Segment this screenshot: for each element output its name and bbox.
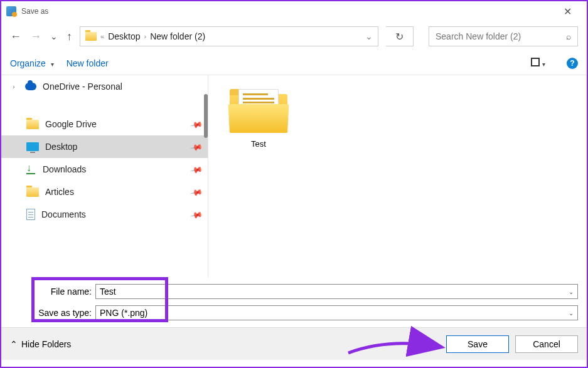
view-icon: [531, 58, 540, 66]
search-input[interactable]: [436, 31, 566, 41]
breadcrumb-dropdown[interactable]: ⌄: [365, 31, 373, 41]
cancel-button[interactable]: Cancel: [515, 335, 578, 353]
save-button[interactable]: Save: [446, 335, 509, 353]
up-button[interactable]: ↑: [67, 30, 72, 43]
desktop-icon: [26, 142, 39, 151]
sidebar-item-google-drive[interactable]: Google Drive 📌: [1, 113, 208, 135]
footer: ⌃ Hide Folders Save Cancel: [1, 327, 587, 360]
chevron-up-icon: ⌃: [10, 339, 18, 349]
savetype-label: Save as type:: [33, 308, 95, 318]
pin-icon: 📌: [190, 140, 203, 153]
breadcrumb[interactable]: « Desktop › New folder (2) ⌄: [80, 26, 378, 46]
app-icon: [6, 6, 16, 16]
sidebar-item-label: Downloads: [43, 164, 86, 174]
chevron-down-icon: ▾: [51, 61, 54, 68]
savetype-value: PNG (*.png): [100, 308, 147, 318]
sidebar-item-articles[interactable]: Articles 📌: [1, 181, 208, 203]
sidebar: › OneDrive - Personal Google Drive 📌 Des…: [1, 75, 208, 277]
sidebar-item-downloads[interactable]: Downloads 📌: [1, 158, 208, 181]
folder-icon: [26, 187, 39, 197]
recent-dropdown[interactable]: ⌄: [50, 31, 58, 41]
sidebar-item-label: OneDrive - Personal: [43, 81, 122, 92]
pin-icon: 📌: [190, 162, 203, 176]
organize-label: Organize: [10, 58, 46, 68]
folder-large-icon: [230, 88, 287, 133]
document-icon: [26, 209, 35, 220]
scrollbar[interactable]: [204, 94, 208, 138]
breadcrumb-sep: «: [100, 33, 104, 40]
pin-icon: 📌: [190, 117, 203, 130]
cloud-icon: [25, 83, 36, 90]
organize-menu[interactable]: Organize ▾: [10, 58, 54, 68]
pin-icon: 📌: [190, 208, 203, 221]
view-button[interactable]: ▾: [531, 58, 545, 68]
close-icon[interactable]: ✕: [553, 1, 582, 21]
chevron-down-icon[interactable]: ⌄: [569, 310, 574, 317]
chevron-right-icon: ›: [144, 33, 146, 40]
breadcrumb-part[interactable]: Desktop: [108, 31, 140, 41]
sidebar-item-label: Google Drive: [45, 119, 97, 129]
toolbar: Organize ▾ New folder ▾ ?: [1, 51, 587, 75]
chevron-right-icon[interactable]: ›: [13, 83, 19, 90]
titlebar: Save as ✕: [1, 1, 587, 21]
savetype-select[interactable]: PNG (*.png) ⌄: [95, 305, 578, 320]
back-button[interactable]: ←: [10, 30, 21, 43]
help-button[interactable]: ?: [567, 58, 578, 69]
search-box[interactable]: ⌕: [429, 26, 578, 46]
sidebar-item-label: Documents: [41, 209, 86, 219]
sidebar-item-desktop[interactable]: Desktop 📌: [1, 135, 208, 158]
filename-value: Test: [100, 287, 116, 297]
chevron-down-icon[interactable]: ⌄: [569, 288, 574, 295]
folder-item-label: Test: [221, 139, 296, 149]
content-pane[interactable]: Test: [208, 75, 587, 277]
file-fields: File name: Test ⌄ Save as type: PNG (*.p…: [1, 277, 587, 327]
new-folder-button[interactable]: New folder: [67, 58, 109, 68]
sidebar-item-onedrive[interactable]: › OneDrive - Personal: [1, 75, 208, 98]
filename-input[interactable]: Test ⌄: [95, 284, 578, 299]
filename-label: File name:: [33, 287, 95, 297]
forward-button[interactable]: →: [30, 30, 41, 43]
hide-folders-label: Hide Folders: [21, 339, 71, 349]
download-icon: [26, 164, 36, 174]
refresh-button[interactable]: ↻: [386, 26, 414, 46]
sidebar-item-documents[interactable]: Documents 📌: [1, 203, 208, 226]
sidebar-item-label: Desktop: [45, 142, 77, 152]
window-title: Save as: [21, 7, 48, 16]
pin-icon: 📌: [190, 185, 203, 198]
search-icon: ⌕: [566, 31, 571, 41]
folder-item-test[interactable]: Test: [221, 88, 296, 149]
nav-row: ← → ⌄ ↑ « Desktop › New folder (2) ⌄ ↻ ⌕: [1, 21, 587, 51]
hide-folders-button[interactable]: ⌃ Hide Folders: [10, 339, 71, 349]
folder-icon: [26, 120, 39, 129]
chevron-down-icon: ▾: [542, 61, 545, 68]
sidebar-item-label: Articles: [45, 187, 74, 197]
folder-icon: [85, 32, 97, 41]
breadcrumb-part[interactable]: New folder (2): [150, 31, 205, 41]
